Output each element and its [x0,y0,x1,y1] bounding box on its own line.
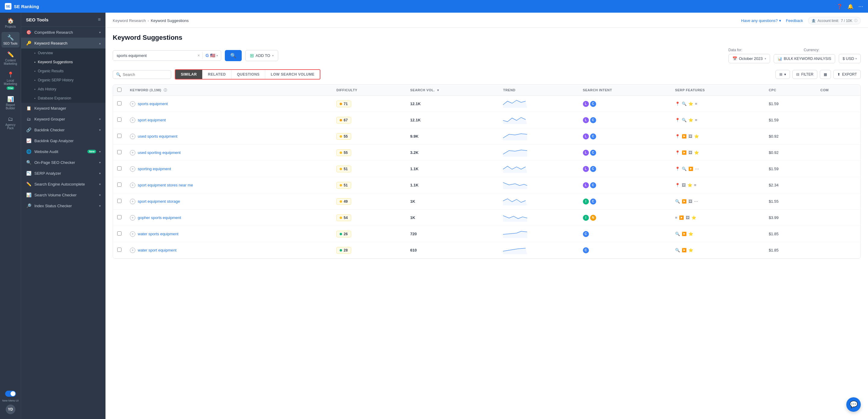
tab-related[interactable]: RELATED [202,70,231,79]
row-checkbox[interactable] [117,150,121,154]
chat-bubble[interactable]: 💬 [846,397,861,412]
chart-view-button[interactable]: ▦ [820,70,831,79]
keyword-text[interactable]: used sports equipment [138,134,178,138]
add-keyword-button[interactable]: + [130,248,135,253]
toggle-switch[interactable] [5,391,16,397]
add-keyword-button[interactable]: + [130,183,135,188]
add-keyword-button[interactable]: + [130,118,135,123]
breadcrumb-keyword-research[interactable]: Keyword Research [113,19,146,23]
select-all-checkbox[interactable] [117,88,121,92]
help-icon[interactable]: ❓ [837,4,843,9]
sidebar-item-seo-tools[interactable]: 🔧 SEO Tools [1,32,20,47]
sidebar-item-local-marketing[interactable]: 📍 Local Marketing Trial [1,69,20,92]
sidebar-item-on-page-seo[interactable]: 🔍 On-Page SEO Checker ▾ [21,157,105,168]
sidebar-item-backlink-gap[interactable]: 📈 Backlink Gap Analyzer [21,135,105,146]
add-keyword-button[interactable]: + [130,231,135,237]
add-keyword-button[interactable]: + [130,134,135,139]
sidebar-item-search-volume[interactable]: 📊 Search Volume Checker ▾ [21,190,105,200]
country-flag: 🇺🇸 [210,53,215,58]
currency-picker[interactable]: $ USD ▾ [839,54,861,63]
search-vol-cell: 1.1K [406,161,499,177]
sidebar-item-index-status[interactable]: 🔎 Index Status Checker ▾ [21,200,105,211]
seo-tools-label: SEO Tools [3,42,18,45]
sidebar-item-keyword-grouper[interactable]: 🗂 Keyword Grouper ▾ [21,114,105,124]
serp-feature-icon: ≡ [695,101,698,106]
row-checkbox[interactable] [117,231,121,235]
sidebar-item-keyword-manager[interactable]: 📋 Keyword Manager [21,103,105,114]
submenu-database-expansion[interactable]: Database Expansion [21,94,105,103]
cpc-column-header: CPC [765,85,816,96]
export-button[interactable]: ⬆ EXPORT [833,70,861,79]
sidebar-item-search-engine-autocomplete[interactable]: ✏️ Search Engine Autocomplete ▾ [21,179,105,190]
row-checkbox[interactable] [117,199,121,203]
have-questions-link[interactable]: Have any questions? ▾ [741,19,781,23]
chevron-down-icon: ▾ [779,19,781,23]
sidebar-item-competitive-research[interactable]: 🎯 Competitive Research ▾ [21,27,105,38]
add-keyword-button[interactable]: + [130,215,135,221]
search-button[interactable]: 🔍 [225,50,242,61]
engine-selector[interactable]: G 🇺🇸 ▾ [203,51,221,60]
tab-similar[interactable]: SIMILAR [176,70,202,79]
tab-low-search-volume[interactable]: LOW SEARCH VOLUME [265,70,320,79]
user-avatar[interactable]: YD [6,405,16,414]
row-checkbox[interactable] [117,215,121,219]
keyword-text[interactable]: sport equipment stores near me [138,183,193,187]
row-checkbox[interactable] [117,134,121,138]
add-to-button[interactable]: ⊞ ADD TO ▾ [245,50,278,61]
filter-search-input[interactable] [123,72,168,77]
date-picker[interactable]: 📅 October 2023 ▾ [728,54,770,63]
sidebar-menu-icon[interactable]: ≡ [98,17,101,22]
add-keyword-button[interactable]: + [130,150,135,155]
app-logo[interactable]: SE SE Ranking [5,3,39,10]
clear-search-button[interactable]: × [195,51,202,60]
filter-button[interactable]: ⊟ FILTER [792,70,817,79]
sidebar-item-website-audit[interactable]: 🌐 Website Audit New ▾ [21,146,105,157]
submenu-organic-results[interactable]: Organic Results [21,67,105,75]
row-checkbox[interactable] [117,118,121,122]
row-checkbox[interactable] [117,183,121,187]
keyword-text[interactable]: used sporting equipment [138,150,181,155]
add-keyword-button[interactable]: + [130,199,135,204]
bell-icon[interactable]: 🔔 [847,4,854,9]
submenu-organic-serp-history[interactable]: Organic SERP History [21,75,105,85]
submenu-overview[interactable]: Overview [21,49,105,58]
filter-label: FILTER [801,72,813,76]
sidebar-item-projects[interactable]: 🏠 Projects [1,15,20,31]
feedback-link[interactable]: Feedback [786,19,803,23]
bulk-keyword-analysis-button[interactable]: 📊 BULK KEYWORD ANALYSIS [774,54,835,63]
tab-questions[interactable]: QUESTIONS [231,70,265,79]
search-intent-cell: IN [579,210,671,226]
row-checkbox-cell [113,210,126,226]
serp-feature-icon: 🔍 [675,232,680,236]
keyword-text[interactable]: gopher sports equipment [138,215,181,220]
cpc-cell: $1.85 [765,242,816,258]
columns-button[interactable]: ⊞ ▾ [775,70,790,79]
sidebar-item-keyword-research[interactable]: 🔑 Keyword Research ▴ [21,38,105,49]
keyword-text[interactable]: sport equipment storage [138,199,180,204]
search-vol-column-header[interactable]: SEARCH VOL. ▼ [406,85,499,96]
search-intent-cell: LC [579,144,671,161]
keyword-text[interactable]: water sports equipment [138,232,179,236]
keyword-text[interactable]: sporting equipment [138,167,171,171]
sidebar-item-serp-analyzer[interactable]: 📉 SERP Analyzer ▾ [21,168,105,179]
more-icon[interactable]: ⋯ [858,4,863,9]
new-menu-toggle[interactable] [5,391,16,397]
add-keyword-button[interactable]: + [130,101,135,107]
cpc-value: $1.85 [769,248,779,252]
sidebar-item-agency-pack[interactable]: 🗂 Agency Pack [1,114,20,132]
intent-badge: C [590,117,596,123]
keyword-text[interactable]: sport equipment [138,118,166,122]
keyword-text[interactable]: water sport equipment [138,248,177,252]
sidebar-item-backlink-checker[interactable]: 🔗 Backlink Checker ▾ [21,124,105,135]
add-keyword-button[interactable]: + [130,166,135,172]
row-checkbox[interactable] [117,101,121,105]
sidebar-item-report-builder[interactable]: 📊 Report Builder [1,93,20,112]
keyword-search-input[interactable] [113,51,195,61]
row-checkbox[interactable] [117,166,121,170]
row-checkbox[interactable] [117,248,121,252]
submenu-ads-history[interactable]: Ads History [21,85,105,94]
keyword-text[interactable]: sports equipment [138,101,168,106]
sidebar-item-content-marketing[interactable]: ✏️ Content Marketing [1,49,20,68]
serp-feature-icon: 🔍 [682,167,687,171]
submenu-keyword-suggestions[interactable]: Keyword Suggestions [21,58,105,67]
